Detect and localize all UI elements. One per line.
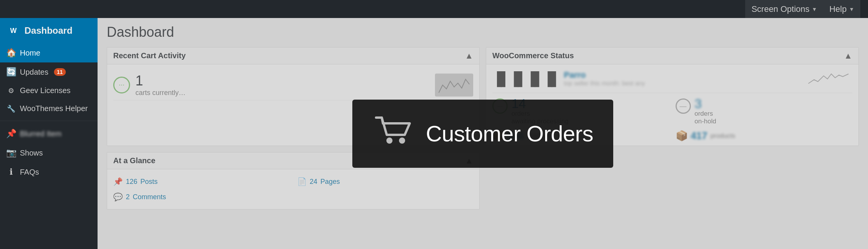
sidebar-label-faqs: FAQs	[20, 168, 39, 177]
overlay-box: Customer Orders	[352, 100, 613, 168]
sidebar-label-updates: Updates	[20, 68, 49, 77]
screen-options-arrow: ▼	[812, 6, 817, 12]
sidebar-item-faqs[interactable]: ℹ FAQs	[0, 162, 98, 182]
sidebar-logo-text: Dashboard	[24, 25, 72, 36]
sidebar-item-pinned[interactable]: 📌 Blurred Item	[0, 124, 98, 143]
faqs-icon: ℹ	[6, 167, 16, 177]
sidebar: W Dashboard 🏠 Home 🔄 Updates 11 ⚙ Geev L…	[0, 18, 98, 249]
sidebar-label-shows: Shows	[20, 149, 43, 157]
sidebar-item-shows[interactable]: 📷 Shows	[0, 143, 98, 162]
sidebar-item-geev[interactable]: ⚙ Geev Licenses	[0, 82, 98, 100]
sidebar-item-updates[interactable]: 🔄 Updates 11	[0, 62, 98, 82]
overlay-cart-icon	[372, 112, 414, 156]
sidebar-label-woothemes: WooThemes Helper	[20, 104, 88, 113]
main-content: Dashboard Recent Cart Activity ▲ ··· 1 c…	[98, 18, 868, 249]
main-layout: W Dashboard 🏠 Home 🔄 Updates 11 ⚙ Geev L…	[0, 18, 868, 249]
sidebar-logo[interactable]: W Dashboard	[0, 18, 98, 43]
svg-point-1	[386, 138, 392, 144]
overlay-text: Customer Orders	[426, 121, 593, 146]
sidebar-label-geev: Geev Licenses	[20, 86, 70, 95]
shows-icon: 📷	[6, 148, 16, 158]
sidebar-divider-1	[0, 121, 98, 121]
svg-point-2	[399, 138, 405, 144]
screen-options-button[interactable]: Screen Options ▼	[745, 0, 823, 18]
help-arrow: ▼	[849, 6, 854, 12]
updates-badge: 11	[54, 68, 66, 76]
wp-logo-icon: W	[6, 23, 21, 38]
updates-icon: 🔄	[6, 67, 16, 77]
help-label: Help	[829, 4, 847, 14]
geev-icon: ⚙	[6, 87, 16, 95]
home-icon: 🏠	[6, 48, 16, 58]
help-button[interactable]: Help ▼	[823, 0, 860, 18]
pin-icon: 📌	[6, 129, 16, 139]
sidebar-label-home: Home	[20, 49, 40, 57]
overlay-backdrop: Customer Orders	[98, 18, 868, 249]
sidebar-item-woothemes[interactable]: 🔧 WooThemes Helper	[0, 100, 98, 118]
sidebar-label-pinned: Blurred Item	[20, 129, 62, 138]
woothemes-icon: 🔧	[6, 105, 16, 113]
top-bar: Screen Options ▼ Help ▼	[0, 0, 868, 18]
sidebar-item-home[interactable]: 🏠 Home	[0, 43, 98, 62]
screen-options-label: Screen Options	[751, 4, 809, 14]
